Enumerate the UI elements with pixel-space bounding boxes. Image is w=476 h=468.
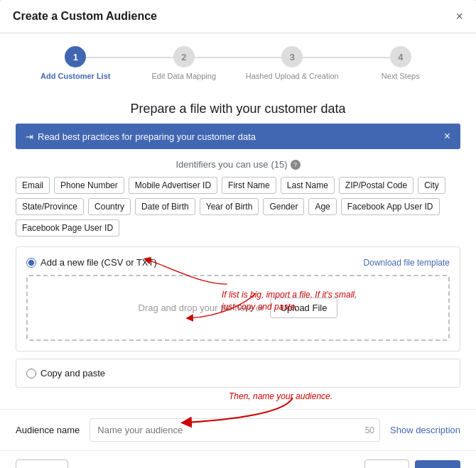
modal-body: Prepare a file with your customer data ⇥…: [0, 90, 476, 409]
annotation-container: Add a new file (CSV or TXT) Download fil…: [16, 246, 460, 388]
section-title: Prepare a file with your customer data: [16, 102, 460, 116]
identifiers-label: Identifiers you can use (15) ?: [16, 159, 460, 170]
banner-icon: ⇥: [26, 131, 33, 142]
copy-radio-input[interactable]: [26, 369, 36, 379]
create-custom-audience-modal: Create a Custom Audience × 1 Add Custome…: [0, 0, 476, 468]
identifier-tags: EmailPhone NumberMobile Advertiser IDFir…: [16, 177, 460, 236]
modal-header: Create a Custom Audience ×: [0, 0, 476, 33]
step-2-circle: 2: [173, 46, 195, 67]
audience-name-row: Audience name 50 Show description: [0, 409, 476, 450]
identifier-tag: Phone Number: [54, 177, 124, 194]
back-button[interactable]: Back: [364, 459, 409, 468]
upload-radio-label[interactable]: Add a new file (CSV or TXT): [26, 257, 157, 268]
identifier-tag: ZIP/Postal Code: [339, 177, 413, 194]
steps-bar: 1 Add Customer List 2 Edit Data Mapping …: [0, 33, 476, 90]
step-4-label: Next Steps: [382, 72, 420, 80]
drop-zone[interactable]: Drag and drop your file here or Upload F…: [26, 275, 450, 341]
copy-radio-text: Copy and paste: [40, 368, 105, 379]
identifier-tag: Facebook App User ID: [341, 198, 440, 215]
audience-input-wrap: 50: [90, 418, 380, 442]
identifier-tag: Gender: [263, 198, 304, 215]
step-3-circle: 3: [281, 46, 303, 67]
best-practices-banner[interactable]: ⇥ Read best practices for preparing your…: [16, 124, 460, 149]
identifier-tag: Age: [308, 198, 336, 215]
step-4: 4 Next Steps: [347, 46, 455, 80]
identifier-tag: Email: [16, 177, 50, 194]
audience-name-label: Audience name: [16, 425, 80, 435]
footer-right: Back Next: [364, 459, 460, 468]
char-count: 50: [365, 425, 374, 435]
identifier-tag: Date of Birth: [135, 198, 195, 215]
identifier-tag: City: [418, 177, 445, 194]
audience-name-input[interactable]: [90, 418, 380, 442]
identifier-tag: Mobile Advertiser ID: [129, 177, 217, 194]
step-3: 3 Hashed Upload & Creation: [238, 46, 347, 80]
show-description-link[interactable]: Show description: [390, 425, 460, 435]
cancel-button[interactable]: Cancel: [16, 459, 68, 468]
identifiers-count: (15): [271, 159, 287, 170]
copy-paste-section: Copy and paste: [16, 359, 460, 388]
identifier-tag: Year of Birth: [200, 198, 259, 215]
step-1-label: Add Customer List: [40, 72, 110, 80]
download-template-link[interactable]: Download file template: [364, 258, 450, 268]
info-icon[interactable]: ?: [291, 160, 301, 170]
copy-radio-label[interactable]: Copy and paste: [26, 368, 450, 379]
step-4-circle: 4: [390, 46, 411, 67]
upload-file-button[interactable]: Upload File: [270, 298, 338, 318]
identifiers-text: Identifiers you can use: [175, 159, 268, 170]
upload-header: Add a new file (CSV or TXT) Download fil…: [26, 257, 450, 268]
identifier-tag: First Name: [222, 177, 276, 194]
upload-radio-text: Add a new file (CSV or TXT): [40, 257, 157, 268]
modal-title: Create a Custom Audience: [13, 10, 157, 23]
modal-footer: Cancel Back Next: [0, 450, 476, 468]
close-icon[interactable]: ×: [455, 10, 463, 23]
identifier-tag: Facebook Page User ID: [16, 219, 119, 236]
step-2-label: Edit Data Mapping: [152, 72, 217, 80]
banner-close-icon[interactable]: ×: [444, 130, 450, 143]
identifier-tag: State/Province: [16, 198, 84, 215]
identifier-tag: Last Name: [281, 177, 335, 194]
step-1: 1 Add Customer List: [21, 46, 130, 80]
upload-radio-input[interactable]: [26, 258, 36, 268]
banner-text: Read best practices for preparing your c…: [38, 131, 256, 142]
step-2: 2 Edit Data Mapping: [130, 46, 239, 80]
drop-text: Drag and drop your file here or: [139, 303, 264, 313]
next-button[interactable]: Next: [415, 460, 460, 468]
identifier-tag: Country: [88, 198, 131, 215]
annotation-2-text: Then, name your audience.: [229, 391, 371, 403]
step-3-label: Hashed Upload & Creation: [246, 72, 339, 80]
upload-section: Add a new file (CSV or TXT) Download fil…: [16, 246, 460, 352]
step-1-circle: 1: [65, 46, 86, 67]
